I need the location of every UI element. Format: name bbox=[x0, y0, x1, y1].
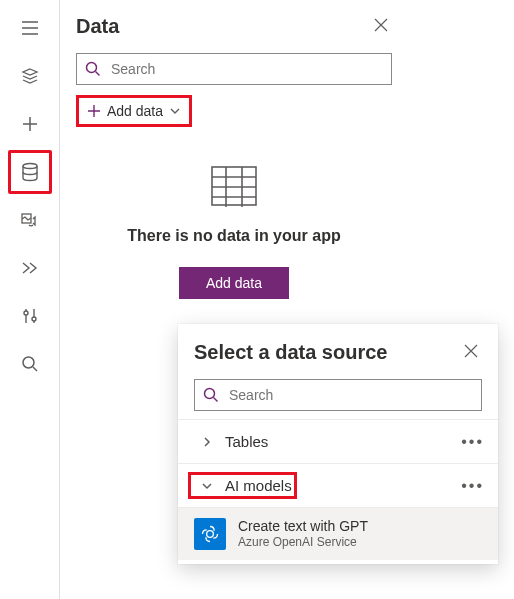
empty-state-message: There is no data in your app bbox=[76, 227, 392, 245]
popup-close-icon[interactable] bbox=[460, 338, 482, 367]
svg-rect-6 bbox=[212, 167, 256, 205]
category-ai-models-header: AI models bbox=[188, 472, 297, 499]
category-more-icon[interactable]: ••• bbox=[457, 433, 488, 451]
search-icon bbox=[203, 387, 219, 403]
svg-point-8 bbox=[207, 531, 214, 538]
add-data-dropdown[interactable]: Add data bbox=[76, 95, 192, 127]
nav-data-icon[interactable] bbox=[8, 150, 52, 194]
svg-point-0 bbox=[23, 164, 37, 169]
nav-media-icon[interactable] bbox=[8, 198, 52, 242]
category-label: Tables bbox=[225, 433, 268, 450]
svg-point-2 bbox=[24, 311, 28, 315]
svg-point-7 bbox=[205, 389, 215, 399]
plus-icon bbox=[87, 104, 101, 118]
data-panel: Data Add data There is no data in your a… bbox=[60, 0, 408, 299]
nav-layers-icon[interactable] bbox=[8, 54, 52, 98]
category-tables[interactable]: Tables ••• bbox=[178, 419, 498, 463]
category-tables-header: Tables bbox=[188, 428, 273, 455]
chevron-right-icon bbox=[193, 436, 221, 448]
empty-state: There is no data in your app Add data bbox=[76, 165, 392, 299]
nav-settings-icon[interactable] bbox=[8, 294, 52, 338]
empty-state-icon bbox=[76, 165, 392, 207]
chevron-down-icon bbox=[193, 480, 221, 492]
popup-header: Select a data source bbox=[178, 324, 498, 373]
datasource-gpt[interactable]: Create text with GPT Azure OpenAI Servic… bbox=[178, 507, 498, 560]
add-data-button[interactable]: Add data bbox=[179, 267, 289, 299]
panel-search-box[interactable] bbox=[76, 53, 392, 85]
openai-icon bbox=[194, 518, 226, 550]
nav-powerfx-icon[interactable] bbox=[8, 246, 52, 290]
chevron-down-icon bbox=[169, 105, 181, 117]
category-ai-models[interactable]: AI models ••• bbox=[178, 463, 498, 507]
panel-header: Data bbox=[76, 12, 392, 41]
nav-search-icon[interactable] bbox=[8, 342, 52, 386]
category-label: AI models bbox=[225, 477, 292, 494]
nav-insert-icon[interactable] bbox=[8, 102, 52, 146]
popup-search-input[interactable] bbox=[227, 386, 473, 404]
popup-search-box[interactable] bbox=[194, 379, 482, 411]
datasource-subtitle: Azure OpenAI Service bbox=[238, 535, 368, 549]
nav-hamburger-icon[interactable] bbox=[8, 6, 52, 50]
svg-point-5 bbox=[87, 63, 97, 73]
add-data-label: Add data bbox=[107, 103, 163, 119]
popup-title: Select a data source bbox=[194, 341, 387, 364]
nav-rail bbox=[0, 0, 60, 599]
close-icon[interactable] bbox=[370, 12, 392, 41]
panel-title: Data bbox=[76, 15, 119, 38]
data-source-popup: Select a data source Tables ••• AI model… bbox=[178, 324, 498, 564]
datasource-text: Create text with GPT Azure OpenAI Servic… bbox=[238, 518, 368, 549]
svg-point-4 bbox=[23, 357, 34, 368]
category-more-icon[interactable]: ••• bbox=[457, 477, 488, 495]
svg-point-3 bbox=[32, 317, 36, 321]
datasource-name: Create text with GPT bbox=[238, 518, 368, 535]
search-icon bbox=[85, 61, 101, 77]
panel-search-input[interactable] bbox=[109, 60, 383, 78]
